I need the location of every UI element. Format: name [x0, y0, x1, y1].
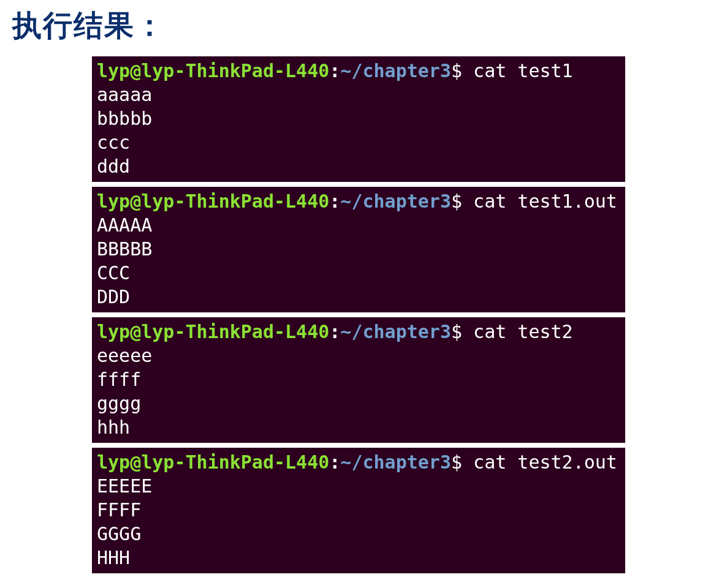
prompt-dollar: $: [451, 60, 473, 81]
prompt-path: ~/chapter3: [340, 60, 451, 81]
terminal-list: lyp@lyp-ThinkPad-L440:~/chapter3$ cat te…: [92, 56, 625, 573]
terminal-block: lyp@lyp-ThinkPad-L440:~/chapter3$ cat te…: [92, 187, 625, 312]
output-line: ddd: [97, 154, 620, 178]
output-line: eeeee: [97, 344, 620, 368]
output-line: EEEEE: [97, 474, 620, 498]
prompt-user: lyp: [97, 190, 130, 212]
output-line: hhh: [97, 415, 620, 439]
terminal-prompt: lyp@lyp-ThinkPad-L440:~/chapter3$ cat te…: [97, 189, 620, 213]
terminal-prompt: lyp@lyp-ThinkPad-L440:~/chapter3$ cat te…: [97, 59, 620, 83]
output-line: HHH: [97, 546, 620, 570]
prompt-host: lyp-ThinkPad-L440: [141, 190, 329, 212]
output-line: aaaaa: [97, 83, 620, 107]
prompt-at: @: [130, 190, 141, 212]
command-text: cat test1.out: [473, 190, 617, 212]
terminal-prompt: lyp@lyp-ThinkPad-L440:~/chapter3$ cat te…: [97, 450, 620, 474]
prompt-path: ~/chapter3: [340, 451, 451, 473]
prompt-host: lyp-ThinkPad-L440: [141, 60, 329, 81]
prompt-colon: :: [329, 321, 340, 342]
prompt-colon: :: [329, 60, 340, 81]
prompt-user: lyp: [97, 451, 130, 473]
output-line: bbbbb: [97, 107, 620, 130]
output-line: CCC: [97, 261, 620, 285]
output-line: DDD: [97, 285, 620, 309]
terminal-prompt: lyp@lyp-ThinkPad-L440:~/chapter3$ cat te…: [97, 320, 620, 344]
prompt-dollar: $: [451, 321, 473, 342]
prompt-at: @: [130, 321, 141, 342]
output-line: ffff: [97, 368, 620, 391]
command-text: cat test2.out: [473, 451, 617, 473]
prompt-user: lyp: [97, 321, 130, 342]
command-text: cat test1: [473, 60, 573, 81]
output-line: GGGG: [97, 522, 620, 546]
page-title: 执行结果：: [12, 6, 711, 45]
output-line: AAAAA: [97, 213, 620, 237]
prompt-user: lyp: [97, 60, 130, 81]
prompt-dollar: $: [451, 190, 473, 212]
output-line: BBBBB: [97, 237, 620, 261]
prompt-colon: :: [329, 190, 340, 212]
prompt-host: lyp-ThinkPad-L440: [141, 321, 329, 342]
prompt-dollar: $: [451, 451, 473, 473]
prompt-path: ~/chapter3: [340, 190, 451, 212]
terminal-block: lyp@lyp-ThinkPad-L440:~/chapter3$ cat te…: [92, 448, 625, 573]
output-line: ccc: [97, 130, 620, 154]
prompt-path: ~/chapter3: [340, 321, 451, 342]
terminal-block: lyp@lyp-ThinkPad-L440:~/chapter3$ cat te…: [92, 317, 625, 443]
prompt-host: lyp-ThinkPad-L440: [141, 451, 329, 473]
command-text: cat test2: [473, 321, 573, 342]
output-line: gggg: [97, 391, 620, 415]
prompt-at: @: [130, 60, 141, 81]
terminal-block: lyp@lyp-ThinkPad-L440:~/chapter3$ cat te…: [92, 56, 625, 182]
prompt-at: @: [130, 451, 141, 473]
output-line: FFFF: [97, 498, 620, 522]
prompt-colon: :: [329, 451, 340, 473]
